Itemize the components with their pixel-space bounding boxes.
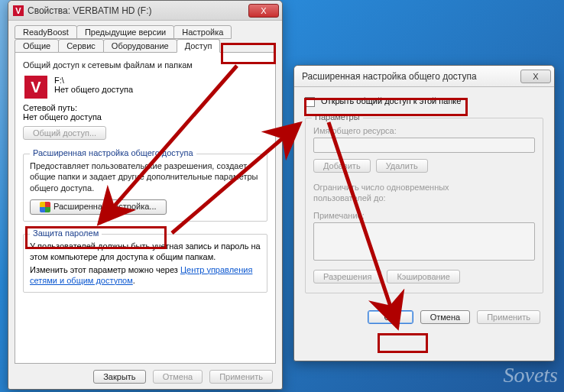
network-path-label: Сетевой путь: — [23, 103, 267, 112]
watermark: Sovets — [503, 363, 558, 387]
tab-row-2: Общие Сервис Оборудование Доступ — [15, 39, 276, 53]
tab-hardware[interactable]: Оборудование — [103, 39, 177, 53]
ok-button[interactable]: OK — [368, 310, 413, 324]
tab-readyboost[interactable]: ReadyBoost — [15, 25, 77, 39]
remove-button[interactable]: Удалить — [376, 159, 428, 173]
advanced-apply-button[interactable]: Применить — [477, 310, 540, 324]
tab-sharing[interactable]: Доступ — [177, 39, 221, 53]
app-icon — [13, 5, 24, 16]
sharing-panel: Общий доступ к сетевым файлам и папкам F… — [15, 52, 276, 364]
share-folder-row: Открыть общий доступ к этой папке — [305, 96, 543, 107]
cancel-footer-button[interactable]: Отмена — [153, 370, 203, 384]
tab-customize[interactable]: Настройка — [173, 25, 232, 39]
password-text2-prefix: Изменить этот параметр можно через — [30, 265, 180, 274]
share-button[interactable]: Общий доступ... — [23, 126, 106, 140]
drive-icon — [24, 76, 47, 99]
advanced-close-button[interactable]: X — [520, 70, 551, 83]
advanced-sharing-text: Предоставляет пользовательские разрешени… — [30, 160, 261, 193]
advanced-titlebar[interactable]: Расширенная настройка общего доступа X — [294, 66, 554, 87]
apply-footer-button[interactable]: Применить — [209, 370, 273, 384]
share-folder-label: Открыть общий доступ к этой папке — [321, 96, 461, 105]
advanced-footer: OK Отмена Применить — [305, 304, 543, 324]
properties-title: Свойства: VERBATIM HD (F:) — [28, 5, 248, 16]
password-text2-suffix: . — [133, 276, 135, 285]
advanced-cancel-button[interactable]: Отмена — [420, 310, 470, 324]
network-path-value: Нет общего доступа — [23, 112, 267, 121]
password-heading: Защита паролем — [30, 228, 102, 238]
tab-general[interactable]: Общие — [15, 39, 59, 53]
tab-service[interactable]: Сервис — [58, 39, 104, 53]
limit-label: Ограничить число одновременных пользоват… — [313, 182, 474, 204]
properties-titlebar[interactable]: Свойства: VERBATIM HD (F:) X — [8, 1, 282, 21]
notes-label: Примечание: — [313, 211, 535, 220]
permissions-button[interactable]: Разрешения — [313, 270, 381, 283]
close-footer-button[interactable]: Закрыть — [93, 370, 145, 384]
tab-prev-versions[interactable]: Предыдущие версии — [76, 25, 174, 39]
advanced-settings-button-label: Расширенная настройка... — [53, 202, 157, 211]
advanced-sharing-heading: Расширенная настройка общего доступа — [30, 148, 196, 157]
tab-row-1: ReadyBoost Предыдущие версии Настройка — [15, 25, 276, 39]
caching-button[interactable]: Кэширование — [387, 270, 459, 283]
share-name-combo — [313, 138, 535, 153]
advanced-sharing-window: Расширенная настройка общего доступа X О… — [293, 65, 555, 361]
advanced-title: Расширенная настройка общего доступа — [302, 71, 520, 82]
close-button[interactable]: X — [248, 4, 279, 18]
notes-textarea — [313, 222, 535, 261]
password-text: У пользователей должны быть учетная запи… — [30, 241, 261, 263]
properties-footer: Закрыть Отмена Применить — [15, 364, 276, 384]
params-legend: Параметры — [312, 112, 363, 121]
properties-window: Свойства: VERBATIM HD (F:) X ReadyBoost … — [8, 0, 283, 390]
drive-label: F:\ — [54, 76, 64, 85]
network-share-heading: Общий доступ к сетевым файлам и папкам — [23, 60, 267, 70]
add-button[interactable]: Добавить — [313, 159, 371, 173]
shield-icon — [40, 202, 50, 212]
advanced-sharing-group: Расширенная настройка общего доступа Пре… — [23, 154, 267, 222]
password-group: Защита паролем У пользователей должны бы… — [23, 234, 267, 293]
share-folder-checkbox[interactable] — [305, 97, 315, 107]
drive-status: Нет общего доступа — [54, 85, 133, 94]
params-fieldset: Параметры Имя общего ресурса: Добавить У… — [305, 118, 543, 293]
advanced-settings-button[interactable]: Расширенная настройка... — [30, 199, 167, 215]
share-name-label: Имя общего ресурса: — [313, 126, 535, 135]
